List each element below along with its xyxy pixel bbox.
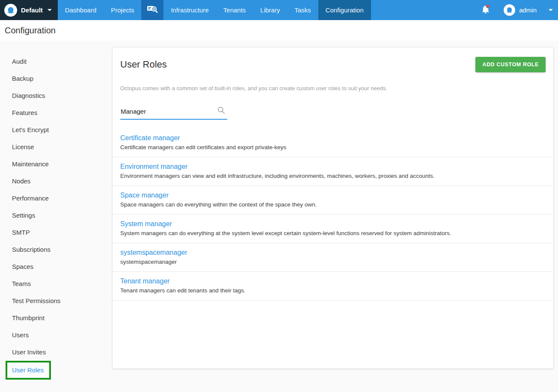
notification-dot (486, 4, 490, 8)
octopus-logo-icon (4, 4, 17, 17)
search-icon (217, 106, 226, 116)
nav-item-tenants[interactable]: Tenants (216, 0, 253, 20)
role-name-link[interactable]: Certificate manager (120, 134, 546, 142)
sidebar-item-nodes[interactable]: Nodes (0, 173, 112, 190)
user-avatar[interactable] (504, 4, 515, 16)
role-name-link[interactable]: System manager (120, 220, 546, 228)
sidebar-item-settings[interactable]: Settings (0, 207, 112, 224)
sidebar-item-lets-encrypt[interactable]: Let's Encrypt (0, 121, 112, 139)
space-selector-label: Default (21, 6, 43, 14)
sidebar-item-thumbprint[interactable]: Thumbprint (0, 309, 112, 327)
sidebar-item-diagnostics[interactable]: Diagnostics (0, 87, 112, 104)
role-name-link[interactable]: Tenant manager (120, 277, 546, 285)
search-card-icon (147, 4, 158, 16)
top-navbar: Default Dashboard Projects Infrastructur… (0, 0, 558, 20)
card-header: User Roles ADD CUSTOM ROLE (113, 47, 553, 72)
user-name[interactable]: admin (519, 6, 537, 14)
sidebar-item-user-roles[interactable]: User Roles (7, 363, 49, 378)
role-name-link[interactable]: Space manager (120, 192, 546, 199)
search-field (120, 105, 227, 120)
sidebar-item-user-invites[interactable]: User Invites (0, 344, 112, 361)
sidebar-item-features[interactable]: Features (0, 104, 112, 121)
page-title-bar: Configuration (0, 20, 558, 41)
role-search-input[interactable] (120, 105, 227, 120)
sidebar-item-subscriptions[interactable]: Subscriptions (0, 241, 112, 258)
add-custom-role-button[interactable]: ADD CUSTOM ROLE (475, 57, 546, 72)
nav-item-infrastructure[interactable]: Infrastructure (163, 0, 216, 20)
card-description: Octopus comes with a common set of built… (113, 85, 553, 91)
role-row[interactable]: Space manager Space managers can do ever… (113, 186, 553, 215)
sidebar-item-performance[interactable]: Performance (0, 190, 112, 207)
role-row[interactable]: System manager System managers can do ev… (113, 215, 553, 243)
sidebar-item-license[interactable]: License (0, 139, 112, 156)
role-description: systemspacemanager (120, 259, 546, 265)
sidebar-item-smtp[interactable]: SMTP (0, 224, 112, 241)
nav-item-tasks[interactable]: Tasks (287, 0, 318, 20)
role-description: Tenant managers can edit tenants and the… (120, 287, 546, 294)
nav-search-button[interactable] (141, 0, 163, 20)
navbar-right: admin (481, 0, 558, 20)
role-description: System managers can do everything at the… (120, 230, 546, 236)
nav-item-configuration[interactable]: Configuration (318, 0, 371, 20)
sidebar-item-audit[interactable]: Audit (0, 53, 112, 70)
role-description: Environment managers can view and edit i… (120, 173, 546, 179)
user-roles-card: User Roles ADD CUSTOM ROLE Octopus comes… (112, 47, 554, 369)
role-row[interactable]: Tenant manager Tenant managers can edit … (113, 272, 553, 301)
search-row (113, 105, 553, 120)
role-description: Space managers can do everything within … (120, 201, 546, 208)
role-list: Certificate manager Certificate managers… (113, 129, 553, 301)
nav-item-library[interactable]: Library (253, 0, 287, 20)
role-row[interactable]: systemspacemanager systemspacemanager (113, 243, 553, 272)
nav-item-projects[interactable]: Projects (104, 0, 141, 20)
sidebar-item-spaces[interactable]: Spaces (0, 258, 112, 275)
notifications-bell-icon[interactable] (481, 4, 491, 17)
content-area: Audit Backup Diagnostics Features Let's … (0, 41, 558, 392)
user-menu-chevron-icon[interactable] (549, 9, 553, 11)
space-selector[interactable]: Default (0, 0, 58, 20)
role-name-link[interactable]: systemspacemanager (120, 249, 546, 256)
role-description: Certificate managers can edit certificat… (120, 144, 546, 150)
role-row[interactable]: Environment manager Environment managers… (113, 157, 553, 186)
sidebar-item-test-permissions[interactable]: Test Permissions (0, 292, 112, 309)
navbar-spacer (371, 0, 481, 20)
role-row[interactable]: Certificate manager Certificate managers… (113, 129, 553, 157)
annotation-highlight-box: User Roles (6, 361, 51, 380)
sidebar-item-teams[interactable]: Teams (0, 275, 112, 292)
sidebar-item-backup[interactable]: Backup (0, 70, 112, 87)
card-title: User Roles (120, 59, 167, 70)
chevron-down-icon (47, 9, 52, 11)
nav-items: Dashboard Projects Infrastructure Tenant… (58, 0, 371, 20)
sidebar-item-maintenance[interactable]: Maintenance (0, 156, 112, 173)
role-name-link[interactable]: Environment manager (120, 163, 546, 171)
sidebar-item-users[interactable]: Users (0, 327, 112, 344)
page-title: Configuration (5, 26, 56, 35)
nav-item-dashboard[interactable]: Dashboard (58, 0, 104, 20)
configuration-sidebar: Audit Backup Diagnostics Features Let's … (0, 41, 112, 380)
